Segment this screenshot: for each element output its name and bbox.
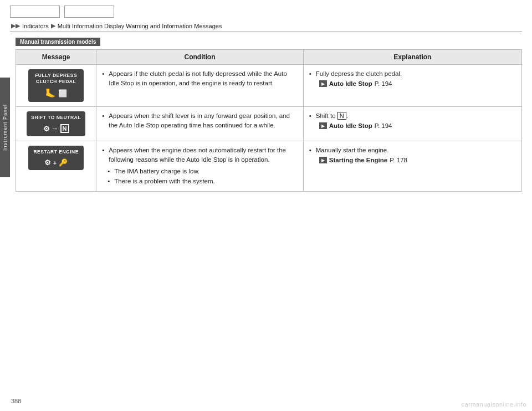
- msg-title-3: RESTART ENGINE: [33, 149, 78, 155]
- msg-display-2: SHIFT TO NEUTRAL ⚙ → N: [27, 111, 85, 136]
- ref-page-1: P. 194: [375, 80, 392, 87]
- explanation-item-3: Manually start the engine.: [309, 146, 516, 155]
- explanation-list-2: Shift to N.: [309, 111, 516, 121]
- condition-list-3: Appears when the engine does not automat…: [102, 146, 298, 186]
- watermark-text: carmanualsonline.info: [461, 401, 526, 408]
- explanation-list-1: Fully depress the clutch pedal.: [309, 69, 516, 79]
- left-tab-label: Instrument Panel: [2, 104, 8, 151]
- breadcrumb: ▶▶ Indicators ▶ Multi Information Displa…: [0, 18, 532, 30]
- main-content: Manual transmission models Message Condi…: [0, 38, 532, 203]
- condition-cell-1: Appears if the clutch pedal is not fully…: [96, 65, 304, 107]
- ref-link-2: ▶ Auto Idle Stop P. 194: [309, 122, 516, 129]
- breadcrumb-part2: Multi Information Display Warning and In…: [58, 23, 222, 29]
- ref-bold-3: Starting the Engine: [329, 157, 387, 163]
- condition-item-1: Appears if the clutch pedal is not fully…: [102, 69, 298, 89]
- col-header-message: Message: [16, 50, 96, 65]
- arrow-right-icon: →: [52, 125, 59, 132]
- gear-icon: ⚙: [43, 125, 50, 133]
- condition-list-2: Appears when the shift lever is in any f…: [102, 111, 298, 131]
- breadcrumb-sep1: ▶: [51, 22, 55, 29]
- msg-icons-1: 🦶 ⬜: [45, 88, 67, 99]
- ref-arrow-icon-3: ▶: [319, 157, 327, 163]
- explanation-item-1: Fully depress the clutch pedal.: [309, 69, 516, 79]
- section-badge: Manual transmission models: [16, 38, 100, 46]
- explanation-item-2a: Shift to N.: [309, 111, 516, 121]
- left-tab: Instrument Panel: [0, 78, 10, 177]
- condition-cell-3: Appears when the engine does not automat…: [96, 141, 304, 192]
- top-nav: [0, 0, 532, 18]
- foot-icon: 🦶: [45, 88, 57, 99]
- ref-link-3: ▶ Starting the Engine P. 178: [309, 157, 516, 163]
- ref-bold-2: Auto Idle Stop: [329, 122, 372, 129]
- engine-icon: ⚙: [44, 158, 52, 167]
- col-header-explanation: Explanation: [303, 50, 521, 65]
- nav-btn-2[interactable]: [64, 6, 114, 18]
- explanation-cell-3: Manually start the engine. ▶ Starting th…: [303, 141, 521, 192]
- bottom-bar: carmanualsonline.info: [0, 398, 532, 411]
- condition-item-3b: The IMA battery charge is low.: [102, 167, 298, 176]
- pedal-icon: ⬜: [58, 89, 68, 97]
- condition-list-1: Appears if the clutch pedal is not fully…: [102, 69, 298, 89]
- header-divider: [10, 32, 522, 32]
- condition-item-3c: There is a problem with the system.: [102, 177, 298, 186]
- breadcrumb-part1: Indicators: [22, 23, 49, 29]
- msg-display-3: RESTART ENGINE ⚙ + 🔑: [28, 146, 84, 170]
- nav-btn-1[interactable]: [10, 6, 60, 18]
- ref-page-3: P. 178: [390, 157, 407, 163]
- ref-page-2: P. 194: [375, 122, 392, 129]
- page-wrapper: ▶▶ Indicators ▶ Multi Information Displa…: [0, 0, 532, 411]
- info-table: Message Condition Explanation FULLY DEPR…: [16, 49, 522, 192]
- table-row: SHIFT TO NEUTRAL ⚙ → N Appears when the …: [16, 107, 522, 141]
- condition-item-2: Appears when the shift lever is in any f…: [102, 111, 298, 131]
- msg-title-2: SHIFT TO NEUTRAL: [31, 115, 81, 121]
- explanation-list-3: Manually start the engine.: [309, 146, 516, 155]
- msg-icons-2: ⚙ → N: [43, 124, 69, 133]
- explanation-cell-1: Fully depress the clutch pedal. ▶ Auto I…: [303, 65, 521, 107]
- table-row: FULLY DEPRESSCLUTCH PEDAL 🦶 ⬜ Appears if…: [16, 65, 522, 107]
- ref-arrow-icon-2: ▶: [319, 122, 327, 129]
- col-header-condition: Condition: [96, 50, 304, 65]
- explanation-cell-2: Shift to N. ▶ Auto Idle Stop P. 194: [303, 107, 521, 141]
- neutral-box-icon: N: [60, 124, 69, 133]
- ref-link-1: ▶ Auto Idle Stop P. 194: [309, 80, 516, 87]
- ref-bold-1: Auto Idle Stop: [329, 80, 372, 87]
- msg-title-1: FULLY DEPRESSCLUTCH PEDAL: [35, 73, 77, 85]
- table-row: RESTART ENGINE ⚙ + 🔑 Appears when the en…: [16, 141, 522, 192]
- message-cell-1: FULLY DEPRESSCLUTCH PEDAL 🦶 ⬜: [16, 65, 96, 107]
- condition-cell-2: Appears when the shift lever is in any f…: [96, 107, 304, 141]
- neutral-inline: N: [337, 112, 346, 120]
- msg-display-1: FULLY DEPRESSCLUTCH PEDAL 🦶 ⬜: [28, 69, 84, 102]
- message-cell-2: SHIFT TO NEUTRAL ⚙ → N: [16, 107, 96, 141]
- plus-icon: +: [53, 160, 57, 166]
- message-cell-3: RESTART ENGINE ⚙ + 🔑: [16, 141, 96, 192]
- ref-arrow-icon-1: ▶: [319, 80, 327, 87]
- breadcrumb-arrows: ▶▶: [11, 22, 20, 29]
- condition-item-3a: Appears when the engine does not automat…: [102, 146, 298, 165]
- msg-icons-3: ⚙ + 🔑: [44, 158, 68, 167]
- key-icon: 🔑: [59, 158, 68, 167]
